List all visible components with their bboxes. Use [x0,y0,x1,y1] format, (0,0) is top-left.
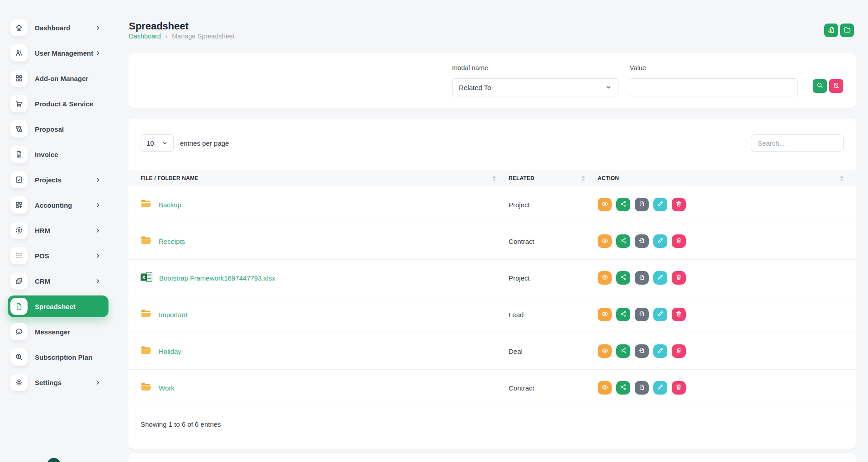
table-card: 10 entries per page FILE / FOLDER NAME R… [128,119,856,449]
header-actions [824,24,854,37]
related-to-select[interactable]: Related To [452,78,618,96]
footer-card [128,453,856,462]
table-search-input[interactable] [751,134,844,152]
view-button[interactable] [598,198,612,211]
view-button[interactable] [598,271,612,285]
chevron-down-icon [162,140,168,146]
column-header-related[interactable]: RELATED [509,175,598,181]
folder-link[interactable]: Work [159,384,175,392]
table-body: Backup Project Receipts Contract [128,186,856,406]
sidebar-item-invoice[interactable]: Invoice [8,143,108,165]
share-icon [620,384,627,392]
breadcrumb-dashboard-link[interactable]: Dashboard [129,33,161,40]
sidebar-item-settings[interactable]: Settings [8,372,108,393]
search-button[interactable] [813,79,827,93]
file-transfer-button[interactable] [635,308,649,321]
sort-icon[interactable] [840,176,844,181]
person-scan-icon [10,222,28,239]
edit-button[interactable] [653,234,667,248]
folder-link[interactable]: Holiday [159,348,181,355]
sidebar-item-label: Accounting [35,201,72,209]
sidebar-item-user-management[interactable]: User Management [8,42,108,64]
share-button[interactable] [616,271,630,285]
dots-grid-icon [10,247,28,264]
sidebar-item-crm[interactable]: CRM [8,270,108,292]
column-header-file-folder-name[interactable]: FILE / FOLDER NAME [141,175,509,181]
edit-button[interactable] [653,198,667,211]
eye-icon [601,384,609,392]
trash-icon [675,237,682,245]
folder-link[interactable]: Receipts [159,238,185,245]
copy-icon [10,272,28,290]
delete-button[interactable] [672,271,686,285]
chat-icon [10,323,28,340]
pencil-icon [657,347,664,355]
delete-button[interactable] [672,308,686,321]
share-button[interactable] [616,234,630,248]
value-input[interactable] [630,78,798,96]
sidebar-item-spreadsheet[interactable]: Spreadsheet [8,295,108,317]
clear-search-button[interactable] [829,79,843,93]
sidebar-item-product-service[interactable]: Product & Service [8,93,108,114]
file-transfer-button[interactable] [635,271,649,285]
table-row: Work Contract [128,370,856,406]
related-value: Lead [509,311,598,319]
share-button[interactable] [616,198,630,211]
sidebar-item-label: CRM [35,277,50,285]
pencil-icon [657,274,664,282]
entries-per-page-label: entries per page [180,139,229,147]
eye-icon [601,347,609,356]
file-transfer-button[interactable] [635,381,649,395]
delete-button[interactable] [672,381,686,395]
sidebar-item-subscription-plan[interactable]: Subscription Plan [8,346,108,368]
table-row: Important Lead [128,296,856,333]
edit-button[interactable] [653,344,667,358]
create-folder-button[interactable] [840,24,854,37]
sidebar-item-pos[interactable]: POS [8,245,108,267]
page-size-select[interactable]: 10 [141,134,174,152]
view-button[interactable] [598,344,612,358]
sort-icon[interactable] [492,176,496,181]
view-button[interactable] [598,381,612,395]
delete-button[interactable] [672,234,686,248]
view-button[interactable] [598,308,612,321]
related-value: Project [509,201,598,209]
sidebar-item-dashboard[interactable]: Dashboard [8,17,108,38]
file-link[interactable]: Bootstrap Framework1697447793.xlsx [159,274,275,282]
folder-link[interactable]: Backup [159,201,181,209]
sidebar-item-label: Subscription Plan [35,353,93,361]
share-button[interactable] [616,381,630,395]
sidebar-item-projects[interactable]: Projects [8,169,108,191]
folder-link[interactable]: Important [159,311,187,319]
invoice-icon [10,146,28,163]
file-icon [10,298,28,315]
column-header-action[interactable]: ACTION [598,175,844,181]
pencil-icon [657,310,664,319]
create-file-button[interactable] [824,24,838,37]
sidebar-item-proposal[interactable]: Proposal [8,118,108,140]
sidebar-item-accounting[interactable]: Accounting [8,194,108,216]
users-icon [10,44,28,62]
trash-icon [675,347,682,355]
sidebar-item-label: Spreadsheet [35,303,75,310]
table-row: Backup Project [128,186,856,223]
filter-buttons [813,79,843,93]
file-transfer-button[interactable] [635,198,649,211]
view-button[interactable] [598,234,612,248]
sidebar-item-hrm[interactable]: HRM [8,219,108,241]
sidebar-item-messenger[interactable]: Messenger [8,321,108,343]
sort-icon[interactable] [581,176,585,181]
delete-button[interactable] [672,198,686,211]
sidebar-item-addon-manager[interactable]: Add-on Manager [8,67,108,89]
edit-button[interactable] [653,271,667,285]
share-button[interactable] [616,344,630,358]
delete-button[interactable] [672,344,686,358]
share-button[interactable] [616,308,630,321]
trash-icon [675,274,682,282]
file-transfer-button[interactable] [635,234,649,248]
edit-button[interactable] [653,381,667,395]
sidebar-item-label: User Management [35,49,93,57]
folder-icon [141,199,152,210]
file-transfer-button[interactable] [635,344,649,358]
edit-button[interactable] [653,308,667,321]
